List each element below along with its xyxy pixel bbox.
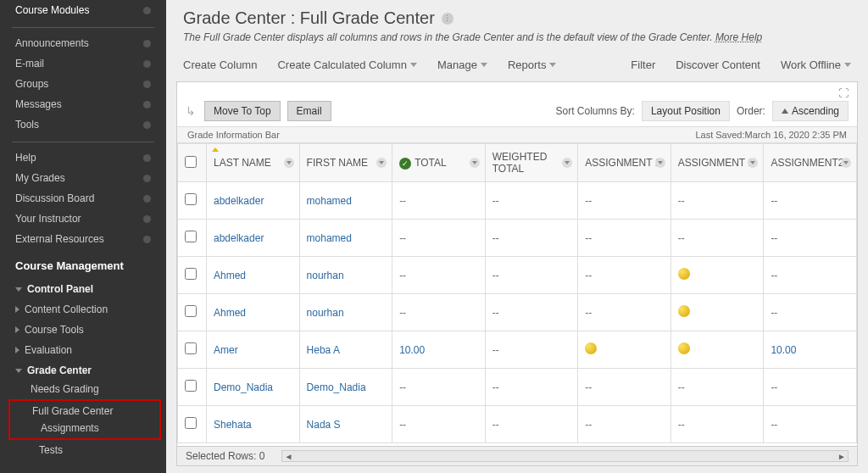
cell-value[interactable]: Ahmed — [214, 307, 246, 319]
column-menu-icon[interactable] — [655, 158, 665, 168]
move-to-top-button[interactable]: Move To Top — [204, 101, 281, 121]
sidebar-item-external-resources[interactable]: External Resources — [0, 229, 166, 249]
sidebar-item-my-grades[interactable]: My Grades — [0, 168, 166, 188]
first-name-cell[interactable]: Demo_Nadia — [299, 369, 392, 406]
scroll-right-arrow[interactable]: ► — [836, 452, 848, 461]
sidebar-item-groups[interactable]: Groups — [0, 74, 166, 94]
column-header[interactable]: ✓TOTAL — [392, 144, 486, 182]
assignment-cell[interactable] — [670, 331, 764, 369]
row-checkbox[interactable] — [185, 193, 197, 205]
cell-value[interactable]: Demo_Nadia — [307, 381, 366, 393]
row-checkbox[interactable] — [185, 417, 197, 429]
column-header[interactable]: ASSIGNMENT 1 — [670, 144, 764, 182]
assignment-cell[interactable] — [578, 331, 671, 369]
create-calculated-column-button[interactable]: Create Calculated Column — [277, 58, 416, 71]
column-menu-icon[interactable] — [562, 158, 572, 168]
assignment-cell[interactable]: -- — [670, 369, 764, 406]
last-name-cell[interactable]: Demo_Nadia — [207, 369, 300, 406]
last-name-cell[interactable]: Ahmed — [207, 294, 300, 331]
row-checkbox[interactable] — [185, 231, 197, 242]
cell-value[interactable]: Nada S — [307, 419, 341, 431]
sidebar-item-full-grade-center[interactable]: Full Grade Center — [10, 403, 159, 420]
cell-value[interactable]: Ahmed — [214, 270, 246, 281]
total-cell[interactable]: -- — [392, 182, 486, 220]
cell-value[interactable]: 10.00 — [399, 344, 425, 356]
filter-button[interactable]: Filter — [631, 58, 655, 71]
column-menu-icon[interactable] — [841, 158, 851, 168]
work-offline-button[interactable]: Work Offline — [781, 58, 851, 71]
column-menu-icon[interactable] — [376, 158, 387, 168]
total-cell[interactable]: -- — [392, 220, 486, 257]
column-header[interactable]: ASSIGNMENT2 — [764, 144, 857, 182]
total-cell[interactable]: 10.00 — [392, 331, 486, 369]
sidebar-item-e-mail[interactable]: E-mail — [0, 53, 166, 74]
cell-value[interactable]: Heba A — [307, 344, 340, 356]
sidebar-item-tests[interactable]: Tests — [0, 442, 166, 459]
manage-button[interactable]: Manage — [437, 58, 487, 71]
weighted-total-cell[interactable]: -- — [485, 331, 578, 369]
assignment-cell[interactable]: -- — [670, 182, 764, 220]
column-header[interactable]: WEIGHTED TOTAL — [485, 144, 578, 182]
cell-value[interactable]: 10.00 — [771, 344, 796, 356]
column-menu-icon[interactable] — [470, 158, 480, 168]
column-menu-icon[interactable] — [748, 158, 758, 168]
first-name-cell[interactable]: nourhan — [299, 294, 392, 331]
assignment-cell[interactable]: -- — [764, 294, 857, 331]
total-cell[interactable]: -- — [392, 369, 486, 406]
more-help-link[interactable]: More Help — [715, 31, 762, 43]
row-checkbox[interactable] — [185, 268, 197, 280]
row-select-cell[interactable] — [178, 294, 207, 331]
row-select-cell[interactable] — [178, 257, 207, 294]
email-button[interactable]: Email — [287, 101, 331, 121]
cell-value[interactable]: nourhan — [307, 270, 344, 281]
cell-value[interactable]: abdelkader — [214, 232, 264, 244]
assignment-cell[interactable]: -- — [578, 369, 671, 406]
sidebar-item-your-instructor[interactable]: Your Instructor — [0, 209, 166, 229]
order-button[interactable]: Ascending — [772, 101, 849, 121]
sidebar-item-help[interactable]: Help — [0, 147, 166, 168]
row-checkbox[interactable] — [185, 305, 197, 317]
last-name-cell[interactable]: Ahmed — [207, 257, 300, 294]
select-all-checkbox[interactable] — [185, 156, 197, 168]
last-name-cell[interactable]: Amer — [207, 331, 300, 369]
return-arrow-icon[interactable]: ↳ — [186, 104, 198, 118]
sidebar-item-course-modules[interactable]: Course Modules — [0, 0, 166, 20]
sidebar-item-assignments[interactable]: Assignments — [10, 420, 159, 437]
discover-content-button[interactable]: Discover Content — [676, 58, 760, 71]
first-name-cell[interactable]: nourhan — [299, 257, 392, 294]
assignment-cell[interactable]: -- — [670, 406, 764, 443]
last-name-cell[interactable]: Shehata — [207, 406, 300, 443]
assignment-cell[interactable]: -- — [578, 257, 671, 294]
assignment-cell[interactable] — [670, 257, 764, 294]
assignment-cell[interactable]: 10.00 — [764, 331, 857, 369]
last-name-cell[interactable]: abdelkader — [207, 182, 300, 220]
layout-position-button[interactable]: Layout Position — [642, 101, 730, 121]
sidebar-item-messages[interactable]: Messages — [0, 94, 166, 114]
row-select-cell[interactable] — [178, 406, 207, 443]
first-name-cell[interactable]: mohamed — [299, 220, 392, 257]
weighted-total-cell[interactable]: -- — [485, 406, 578, 443]
first-name-cell[interactable]: Nada S — [299, 406, 392, 443]
assignment-cell[interactable]: -- — [764, 220, 857, 257]
cell-value[interactable]: mohamed — [307, 232, 352, 244]
sidebar-item-content-collection[interactable]: Content Collection — [0, 299, 166, 320]
first-name-cell[interactable]: mohamed — [299, 182, 392, 220]
assignment-cell[interactable]: -- — [764, 406, 857, 443]
fullscreen-icon[interactable]: ⛶ — [838, 87, 850, 99]
row-select-cell[interactable] — [178, 220, 207, 257]
column-menu-icon[interactable] — [284, 158, 294, 168]
cell-value[interactable]: Shehata — [214, 419, 252, 431]
weighted-total-cell[interactable]: -- — [485, 220, 578, 257]
assignment-cell[interactable]: -- — [764, 369, 857, 406]
sidebar-item-discussion-board[interactable]: Discussion Board — [0, 188, 166, 209]
row-select-cell[interactable] — [178, 331, 207, 369]
cell-value[interactable]: mohamed — [307, 195, 352, 207]
sidebar-item-tools[interactable]: Tools — [0, 114, 166, 135]
weighted-total-cell[interactable]: -- — [485, 369, 578, 406]
reports-button[interactable]: Reports — [508, 58, 557, 71]
grade-info-bar[interactable]: Grade Information Bar — [187, 130, 280, 140]
sidebar-item-needs-grading[interactable]: Needs Grading — [0, 381, 166, 398]
cell-value[interactable]: Amer — [214, 344, 238, 356]
total-cell[interactable]: -- — [392, 406, 486, 443]
column-header[interactable]: FIRST NAME — [299, 144, 392, 182]
